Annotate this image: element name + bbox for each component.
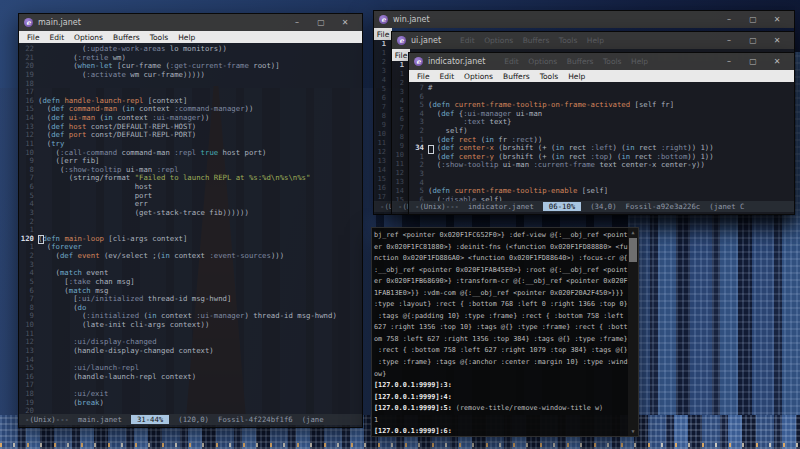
line-number: 5	[19, 278, 38, 287]
maximize-button[interactable]: ▢	[741, 11, 765, 28]
close-button[interactable]: ✕	[765, 32, 789, 49]
emacs-icon: e	[397, 36, 406, 45]
minimize-button[interactable]: –	[285, 14, 309, 31]
line-number: 1	[374, 49, 390, 58]
ghost-menu-bleed: Edit Options Buffers Tools Help	[504, 57, 648, 66]
city-lights	[0, 443, 800, 447]
console-scrollbar[interactable]: ▲ ▼	[628, 228, 638, 436]
menubar-indicator: FileEditOptionsBuffersToolsHelp	[409, 70, 794, 82]
console-line: bj_ref <pointer 0x020F1FC652F0>} :def-vi…	[374, 230, 628, 242]
editor-content-indicator[interactable]: 7#65(defn current-frame-tooltip-on-frame…	[409, 82, 794, 214]
window-title: win.janet	[393, 15, 430, 24]
code-line: 10 (late-init cli-args context))	[19, 321, 362, 330]
line-number: 4	[19, 269, 38, 278]
ghost-menu-bleed: Edit Options Buffers Tools Help	[460, 36, 604, 45]
line-number: 2	[19, 252, 38, 261]
line-number: 3	[374, 67, 390, 76]
menu-item-edit[interactable]: Edit	[435, 72, 460, 81]
maximize-button[interactable]: ▢	[741, 32, 765, 49]
window-title: indicator.janet	[428, 57, 485, 66]
editor-content-main[interactable]: 22 (:update-work-areas lo monitors))21 (…	[19, 43, 362, 427]
console-line: nction 0x020F1FD886A0> <function 0x020F1…	[374, 253, 628, 265]
maximize-button[interactable]: ▢	[309, 14, 333, 31]
titlebar-indicator-janet[interactable]: e indicator.janet Edit Options Buffers T…	[409, 53, 794, 70]
menu-item-buffers[interactable]: Buffers	[498, 72, 535, 81]
code-line: 7#	[409, 84, 794, 93]
window-title: ui.janet	[411, 36, 441, 45]
minimize-button[interactable]: –	[717, 53, 741, 70]
code-line: 19 (:activate wm cur-frame)))))	[19, 71, 362, 80]
maximize-button[interactable]: ▢	[741, 53, 765, 70]
menu-item-options[interactable]: Options	[69, 33, 108, 42]
menubar-main: FileEditOptionsBuffersToolsHelp	[19, 31, 362, 43]
console-line: om 758 :left 627 :right 1356 :top 384} :…	[374, 334, 628, 346]
emacs-icon: e	[414, 57, 423, 66]
line-number: 8	[19, 304, 38, 313]
line-number: 6	[19, 287, 38, 296]
line-number: 14	[392, 187, 408, 196]
close-button[interactable]: ✕	[765, 53, 789, 70]
minimize-button[interactable]: –	[717, 11, 741, 28]
line-number: 9	[374, 121, 390, 130]
menu-item-file[interactable]: File	[22, 33, 45, 42]
scroll-percent-badge: 06-10%	[543, 202, 581, 211]
line-number: 10	[19, 149, 38, 158]
line-number: 10	[392, 151, 408, 160]
line-number: 5	[19, 192, 38, 201]
line-number: 2	[392, 79, 408, 88]
line-number: 2	[409, 161, 428, 170]
console-line: [127.0.0.1:9999]:5: (remove-title/remove…	[374, 403, 628, 415]
line-number: 10	[374, 130, 390, 139]
line-number: 8	[19, 166, 38, 175]
scrollbar-thumb[interactable]	[629, 238, 637, 262]
window-indicator-janet: e indicator.janet Edit Options Buffers T…	[408, 52, 795, 215]
titlebar-main-janet[interactable]: e main.janet – ▢ ✕	[19, 14, 362, 31]
console-line: [127.0.0.1:9999]:3:	[374, 380, 628, 392]
window-main-janet: e main.janet – ▢ ✕ FileEditOptionsBuffer…	[18, 13, 363, 428]
menu-item-file[interactable]: File	[374, 28, 392, 40]
line-number: 13	[374, 157, 390, 166]
code-line: 2 (def event (ev/select ;(in context :ev…	[19, 252, 362, 261]
menu-item-help[interactable]: Help	[173, 33, 200, 42]
menu-item-file[interactable]: File	[412, 72, 435, 81]
line-number: 6	[19, 183, 38, 192]
scroll-down-icon[interactable]: ▼	[631, 427, 634, 436]
line-number: 2	[374, 58, 390, 67]
code-line: 18	[19, 80, 362, 89]
close-button[interactable]: ✕	[333, 14, 357, 31]
scroll-up-icon[interactable]: ▲	[631, 228, 634, 237]
code-line: 3	[409, 170, 794, 179]
titlebar-win-janet[interactable]: e win.janet – ▢ ✕	[374, 11, 794, 28]
line-number: 3	[19, 209, 38, 218]
line-number: 4	[392, 97, 408, 106]
line-number: 1	[409, 153, 428, 162]
emacs-icon: e	[379, 15, 388, 24]
emacs-icon: e	[24, 18, 33, 27]
line-number: 4	[409, 179, 428, 188]
repl-console-window[interactable]: bj_ref <pointer 0x020F1FC652F0>} :def-vi…	[371, 227, 639, 437]
console-line: :rect { :bottom 758 :left 627 :right 107…	[374, 345, 628, 357]
menu-item-tools[interactable]: Tools	[145, 33, 173, 42]
console-line: :__obj_ref <pointer 0x020F1FAB45E0>} :ro…	[374, 265, 628, 277]
line-number: 7	[19, 174, 38, 183]
minimize-button[interactable]: –	[717, 32, 741, 49]
code-line: 16 (handle-launch-repl context)	[19, 373, 362, 382]
code-line: 2	[19, 218, 362, 227]
console-output[interactable]: bj_ref <pointer 0x020F1FC652F0>} :def-vi…	[372, 228, 628, 436]
menu-item-help[interactable]: Help	[563, 72, 590, 81]
line-number: 6	[392, 115, 408, 124]
code-line: 13 (handle-display-changed context)	[19, 347, 362, 356]
line-number: 13	[392, 178, 408, 187]
line-number: 7	[374, 103, 390, 112]
close-button[interactable]: ✕	[765, 11, 789, 28]
menu-item-buffers[interactable]: Buffers	[108, 33, 145, 42]
menu-item-options[interactable]: Options	[459, 72, 498, 81]
console-line: [127.0.0.1:9999]:6:	[374, 426, 628, 436]
titlebar-ui-janet[interactable]: e ui.janet Edit Options Buffers Tools He…	[392, 32, 794, 49]
menu-item-tools[interactable]: Tools	[535, 72, 563, 81]
menu-item-edit[interactable]: Edit	[45, 33, 70, 42]
line-number: 12	[392, 169, 408, 178]
code-line: 2 (:show-tooltip ui-man :current-frame t…	[409, 161, 794, 170]
line-number: 9	[19, 157, 38, 166]
console-line: [127.0.0.1:9999]:4:	[374, 392, 628, 404]
